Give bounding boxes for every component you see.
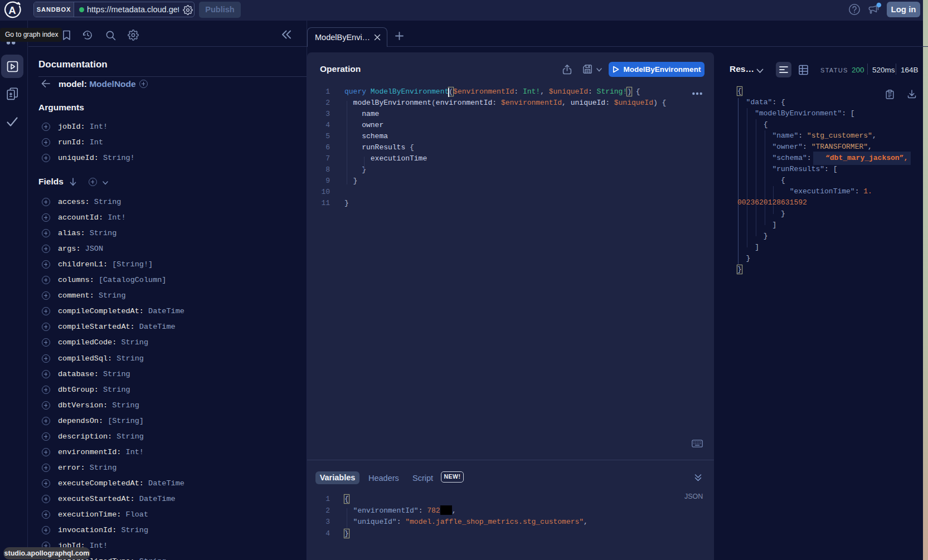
svg-text:A: A [8, 4, 16, 16]
